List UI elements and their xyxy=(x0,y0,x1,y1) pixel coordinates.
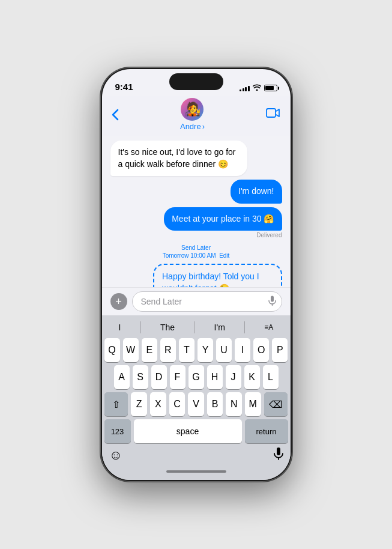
key-M[interactable]: M xyxy=(245,392,261,416)
bubble-sent-2: Meet at your place in 30 🤗 xyxy=(164,207,282,231)
dynamic-island xyxy=(169,73,223,90)
phone-frame: 9:41 xyxy=(100,67,292,482)
key-T[interactable]: T xyxy=(179,338,194,362)
key-P[interactable]: P xyxy=(272,338,288,362)
delete-key[interactable]: ⌫ xyxy=(264,392,288,416)
key-K[interactable]: K xyxy=(244,365,260,389)
key-H[interactable]: H xyxy=(207,365,223,389)
status-icons xyxy=(240,84,277,92)
key-Q[interactable]: Q xyxy=(104,338,120,362)
key-row-1: Q W E R T Y U I O P xyxy=(104,338,288,362)
return-key[interactable]: return xyxy=(245,419,288,443)
video-call-button[interactable] xyxy=(266,108,280,121)
delivered-label: Delivered xyxy=(164,232,282,238)
suggestion-I[interactable]: I xyxy=(119,323,121,332)
key-B[interactable]: B xyxy=(207,392,223,416)
send-later-edit[interactable]: Edit xyxy=(219,252,229,259)
keyboard-bottom: ☺ xyxy=(104,443,288,468)
key-I[interactable]: I xyxy=(235,338,250,362)
key-L[interactable]: L xyxy=(263,365,279,389)
key-D[interactable]: D xyxy=(151,365,167,389)
input-container: Send Later xyxy=(132,291,282,312)
phone-screen: 9:41 xyxy=(102,69,291,480)
contact-name: Andre › xyxy=(180,122,205,131)
contact-info[interactable]: 🧑‍🎤 Andre › xyxy=(180,98,205,131)
input-area: + Send Later xyxy=(102,287,291,315)
back-button[interactable] xyxy=(112,109,119,121)
send-later-title: Send Later xyxy=(110,244,282,251)
key-Y[interactable]: Y xyxy=(198,338,213,362)
key-J[interactable]: J xyxy=(226,365,241,389)
key-row-3: ⇧ Z X C V B N M ⌫ xyxy=(104,392,288,416)
key-X[interactable]: X xyxy=(150,392,166,416)
bubble-received-1: It's so nice out, I'd love to go for a q… xyxy=(110,141,248,176)
format-icon[interactable]: ≡A xyxy=(264,323,273,332)
signal-icon xyxy=(240,85,250,91)
keyboard-suggestions: I The I'm ≡A xyxy=(104,319,288,338)
input-row: + Send Later xyxy=(110,291,282,312)
battery-icon xyxy=(264,85,277,91)
suggestion-The[interactable]: The xyxy=(160,323,175,332)
nav-bar: 🧑‍🎤 Andre › xyxy=(102,96,291,136)
emoji-icon[interactable]: ☺ xyxy=(109,447,122,463)
key-E[interactable]: E xyxy=(142,338,157,362)
space-key[interactable]: space xyxy=(134,419,242,443)
home-indicator xyxy=(104,468,288,478)
key-C[interactable]: C xyxy=(169,392,185,416)
svg-rect-1 xyxy=(271,296,274,302)
bubble-sent-1: I'm down! xyxy=(231,180,282,204)
bubble-scheduled: Happy birthday! Told you I wouldn't forg… xyxy=(153,264,282,287)
keyboard: I The I'm ≡A Q W E R T Y U I xyxy=(102,315,291,480)
send-later-info: Send Later Tomorrow 10:00 AM Edit xyxy=(110,243,282,259)
key-W[interactable]: W xyxy=(123,338,139,362)
svg-rect-3 xyxy=(277,447,280,455)
wifi-icon xyxy=(253,84,261,92)
key-row-4: 123 space return xyxy=(104,419,288,443)
message-input[interactable]: Send Later xyxy=(132,291,282,312)
keyboard-rows: Q W E R T Y U I O P A S D F xyxy=(104,338,288,443)
key-U[interactable]: U xyxy=(216,338,232,362)
key-F[interactable]: F xyxy=(170,365,185,389)
messages-area: It's so nice out, I'd love to go for a q… xyxy=(102,136,291,287)
input-placeholder: Send Later xyxy=(141,297,182,306)
key-G[interactable]: G xyxy=(188,365,204,389)
svg-rect-0 xyxy=(267,109,276,117)
key-row-2: A S D F G H J K L xyxy=(104,365,288,389)
message-received-1: It's so nice out, I'd love to go for a q… xyxy=(110,141,248,176)
key-O[interactable]: O xyxy=(253,338,269,362)
send-later-time: Tomorrow 10:00 AM Edit xyxy=(110,252,282,259)
key-N[interactable]: N xyxy=(226,392,242,416)
shift-key[interactable]: ⇧ xyxy=(104,392,128,416)
status-time: 9:41 xyxy=(115,82,133,92)
key-A[interactable]: A xyxy=(114,365,130,389)
key-S[interactable]: S xyxy=(133,365,148,389)
message-sent-2: Meet at your place in 30 🤗 Delivered xyxy=(164,207,282,239)
suggestion-Im[interactable]: I'm xyxy=(214,323,225,332)
add-attachment-button[interactable]: + xyxy=(110,293,127,310)
key-Z[interactable]: Z xyxy=(131,392,147,416)
message-scheduled: Happy birthday! Told you I wouldn't forg… xyxy=(153,264,282,287)
message-sent-1: I'm down! xyxy=(231,180,282,204)
mic-icon[interactable] xyxy=(268,296,276,308)
dictation-icon[interactable] xyxy=(274,447,283,463)
key-V[interactable]: V xyxy=(188,392,204,416)
key-R[interactable]: R xyxy=(160,338,176,362)
avatar: 🧑‍🎤 xyxy=(181,98,204,121)
numbers-key[interactable]: 123 xyxy=(104,419,131,443)
